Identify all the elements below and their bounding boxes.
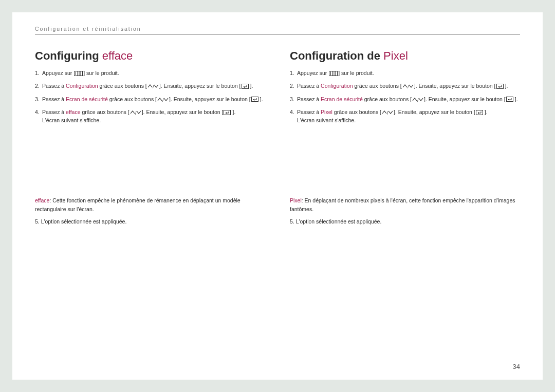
left-steps: 1.Appuyez sur [] sur le produit.2.Passez… [35, 69, 265, 124]
step-num: 2. [290, 82, 294, 90]
step-item: 3.Passez à Ecran de sécurité grâce aux b… [290, 95, 520, 103]
step-num: 4. [35, 108, 40, 116]
step-item: 2.Passez à Configuration grâce aux bouto… [290, 82, 520, 90]
step-item: 2.Passez à Configuration grâce aux bouto… [35, 82, 265, 90]
step-item: 1.Appuyez sur [] sur le produit. [290, 69, 520, 77]
up-down-icon: / [130, 110, 141, 115]
step-num: 2. [35, 82, 40, 90]
right-steps: 1.Appuyez sur [] sur le produit.2.Passez… [290, 69, 520, 124]
enter-icon [506, 97, 514, 102]
step-item: 3.Passez à Ecran de sécurité grâce aux b… [35, 95, 265, 103]
svg-rect-6 [242, 84, 248, 88]
step-item: 4.Passez à efface grâce aux boutons [/].… [35, 108, 265, 125]
step-item: 1.Appuyez sur [] sur le produit. [35, 69, 265, 77]
heading-accent: Pixel [383, 49, 408, 62]
page-number: 34 [513, 363, 520, 370]
step-accent: efface [66, 109, 80, 115]
svg-text:/: / [417, 97, 419, 102]
svg-text:/: / [153, 84, 154, 89]
step-accent: Ecran de sécurité [66, 96, 108, 102]
desc-accent: efface [35, 197, 49, 203]
step-text: Passez à Ecran de sécurité grâce aux bou… [42, 96, 263, 102]
up-down-icon: / [382, 110, 393, 115]
step-accent: Ecran de sécurité [321, 96, 363, 102]
step-tail: L'écran suivant s'affiche. [42, 117, 101, 123]
desc-text: efface: Cette fonction empêche le phénom… [35, 196, 265, 213]
up-down-icon: / [157, 97, 169, 102]
heading-main: Configuring [35, 49, 102, 62]
step-tail: L'écran suivant s'affiche. [297, 117, 356, 123]
svg-text:/: / [408, 84, 409, 89]
svg-text:/: / [162, 97, 164, 102]
step-num: 1. [290, 69, 294, 77]
left-column: Configuring efface 1.Appuyez sur [] sur … [35, 49, 265, 230]
svg-rect-19 [496, 84, 503, 88]
page-header: Configuration et réinitialisation [35, 26, 520, 35]
step-5: 5. L'option sélectionnée est appliquée. [35, 217, 265, 226]
step-num: 5. [290, 218, 294, 225]
right-description: Pixel: En déplaçant de nombreux pixels à… [290, 196, 520, 226]
up-down-icon: / [412, 97, 423, 102]
step-text: Passez à Ecran de sécurité grâce aux bou… [297, 96, 518, 102]
enter-icon [476, 110, 484, 116]
step-item: 4.Passez à Pixel grâce aux boutons [/]. … [290, 108, 520, 125]
step-text: L'option sélectionnée est appliquée. [41, 218, 127, 225]
svg-rect-25 [476, 110, 483, 115]
left-description: efface: Cette fonction empêche le phénom… [35, 196, 265, 226]
step-text: Appuyez sur [] sur le produit. [297, 70, 374, 76]
document-page: Configuration et réinitialisation Config… [12, 12, 543, 380]
columns: Configuring efface 1.Appuyez sur [] sur … [35, 49, 520, 230]
left-heading: Configuring efface [35, 49, 265, 63]
enter-icon [242, 84, 250, 89]
enter-icon [496, 84, 505, 89]
svg-text:/: / [135, 110, 137, 116]
desc-accent: Pixel [290, 197, 302, 203]
menu-icon [76, 71, 83, 76]
step-text: Appuyez sur [] sur le produit. [42, 70, 119, 76]
step-num: 3. [35, 95, 40, 103]
step-text: L'option sélectionnée est appliquée. [296, 218, 382, 225]
step-num: 3. [290, 95, 294, 103]
step-accent: Configuration [321, 83, 353, 89]
desc-body: : En déplaçant de nombreux pixels à l'éc… [290, 197, 515, 212]
enter-icon [224, 110, 232, 116]
step-text: Passez à Pixel grâce aux boutons [/]. En… [297, 109, 488, 115]
svg-rect-22 [506, 97, 513, 102]
step-num: 5. [35, 218, 40, 225]
heading-main: Configuration de [290, 49, 383, 62]
right-column: Configuration de Pixel 1.Appuyez sur [] … [290, 49, 520, 230]
svg-text:/: / [387, 110, 388, 116]
step-accent: Pixel [321, 109, 332, 115]
up-down-icon: / [402, 84, 414, 89]
step-5: 5. L'option sélectionnée est appliquée. [290, 217, 520, 226]
step-accent: Configuration [66, 83, 98, 89]
desc-text: Pixel: En déplaçant de nombreux pixels à… [290, 196, 520, 213]
step-text: Passez à Configuration grâce aux boutons… [297, 83, 508, 89]
right-heading: Configuration de Pixel [290, 49, 520, 63]
menu-icon [330, 71, 338, 76]
step-num: 1. [35, 69, 40, 77]
svg-rect-9 [251, 97, 258, 102]
up-down-icon: / [147, 84, 159, 89]
step-num: 4. [290, 108, 294, 116]
heading-accent: efface [102, 49, 133, 62]
desc-body: : Cette fonction empêche le phénomène de… [35, 197, 240, 212]
step-text: Passez à efface grâce aux boutons [/]. E… [42, 109, 235, 115]
svg-rect-12 [224, 110, 231, 115]
enter-icon [251, 97, 260, 102]
step-text: Passez à Configuration grâce aux boutons… [42, 83, 253, 89]
